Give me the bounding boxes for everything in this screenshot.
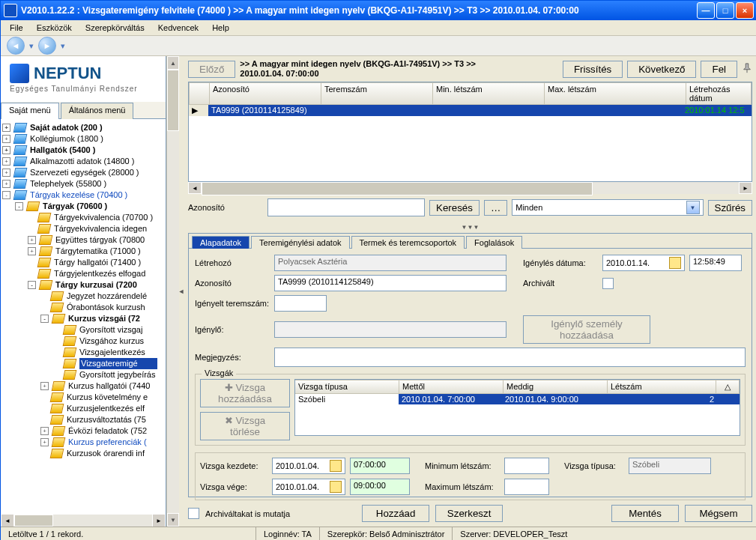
tab-foglalasok[interactable]: Foglalások: [466, 236, 522, 249]
tree-item[interactable]: Kurzusok órarendi inf: [2, 448, 166, 459]
filter-select[interactable]: Minden▼: [512, 199, 703, 216]
nav-back-button[interactable]: ◄: [7, 37, 25, 55]
tree-expander[interactable]: +: [2, 146, 10, 154]
tree-item[interactable]: Vizsgateremigé: [2, 358, 166, 369]
chk-archivalt-show[interactable]: [188, 508, 199, 519]
tree-item[interactable]: +Telephelyek (55800 ): [2, 178, 166, 189]
vscroll-up[interactable]: ▲: [167, 56, 179, 70]
tree-expander[interactable]: +: [2, 124, 10, 132]
tree-item[interactable]: Gyorsított jegybeírás: [2, 369, 166, 380]
tree-expander[interactable]: -: [40, 315, 49, 323]
menu-fav[interactable]: Kedvencek: [152, 22, 205, 34]
field-kezd-date[interactable]: 2010.01.04.: [272, 458, 345, 474]
btn-edit[interactable]: Szerkeszt: [435, 505, 503, 522]
tree-item[interactable]: +Évközi feladatok (752: [2, 425, 166, 437]
nav-forward-button[interactable]: ►: [38, 37, 56, 55]
search-button[interactable]: Keresés: [429, 200, 480, 216]
tree-item[interactable]: +Tárgytematika (71000 ): [2, 246, 166, 257]
tree-expander[interactable]: -: [15, 202, 23, 210]
tree-item[interactable]: +Együttes tárgyak (70800: [2, 234, 166, 246]
tree-expander[interactable]: +: [2, 135, 10, 143]
tree-expander[interactable]: -: [2, 191, 10, 199]
vscroll-down[interactable]: ▼: [167, 513, 179, 527]
next-button[interactable]: Következő: [627, 61, 696, 78]
grid-hscroll-left[interactable]: ◄: [188, 182, 202, 194]
vizsgak-row[interactable]: Szóbeli 2010.01.04. 7:00:00 2010.01.04. …: [295, 394, 740, 404]
tab-termek[interactable]: Termek és teremcsoportok: [351, 236, 465, 249]
search-input[interactable]: [267, 198, 425, 216]
calendar-icon[interactable]: [669, 257, 681, 269]
maximize-button[interactable]: □: [716, 2, 734, 19]
pin-icon[interactable]: [742, 63, 752, 75]
tree-expander[interactable]: +: [28, 247, 36, 255]
menu-role[interactable]: Szerepkörváltás: [79, 22, 151, 34]
grid-col-min[interactable]: Min. létszám: [433, 82, 545, 105]
tree-item[interactable]: +Hallgatók (5400 ): [2, 145, 166, 156]
grid-row[interactable]: ▶ TA9999 (2010114125849) 2010:01.14 12:5: [189, 105, 752, 116]
field-megj[interactable]: [274, 348, 746, 367]
grid-col-azon[interactable]: Azonosító: [210, 82, 321, 105]
hscroll-thumb[interactable]: [14, 515, 53, 527]
tree-item[interactable]: -Tárgyak kezelése (70400 ): [2, 189, 166, 201]
tree-item[interactable]: Tárgyjelentkezés elfogad: [2, 268, 166, 279]
vscroll-thumb[interactable]: [167, 70, 179, 131]
tree-expander[interactable]: +: [40, 438, 49, 446]
tree-expander[interactable]: +: [28, 236, 36, 244]
grid-hscroll-right[interactable]: ►: [739, 182, 752, 194]
tree-item[interactable]: +Saját adatok (200 ): [2, 122, 166, 133]
btn-cancel[interactable]: Mégsem: [685, 505, 752, 522]
grid-col-teremszam[interactable]: Teremszám: [321, 82, 433, 105]
tree-item[interactable]: Jegyzet hozzárendelé: [2, 291, 166, 302]
tree-item[interactable]: Kurzus követelmény e: [2, 392, 166, 403]
prev-button[interactable]: Előző: [188, 61, 235, 78]
close-button[interactable]: ×: [736, 2, 754, 19]
tree-item[interactable]: +Kurzus hallgatói (7440: [2, 380, 166, 392]
field-igenyteremszam[interactable]: [274, 295, 327, 312]
btn-igenylo-add[interactable]: Igénylő személy hozzáadása: [523, 315, 650, 344]
tree-item[interactable]: Gyorsított vizsgaj: [2, 324, 166, 336]
tree-item[interactable]: +Alkalmazotti adatok (14800 ): [2, 156, 166, 167]
tree-expander[interactable]: +: [2, 180, 10, 188]
tree-item[interactable]: Tárgyekvivalencia (70700 ): [2, 212, 166, 223]
hscroll-right[interactable]: ►: [152, 514, 166, 527]
chk-archivalt[interactable]: [602, 278, 614, 289]
search-more-button[interactable]: …: [484, 200, 507, 216]
field-vege-date[interactable]: 2010.01.04.: [272, 479, 345, 495]
tab-own-menu[interactable]: Saját menü: [1, 103, 59, 119]
field-kezd-time[interactable]: 07:00:00: [350, 458, 410, 474]
tree-item[interactable]: Tárgyekvivalencia idegen: [2, 223, 166, 234]
nav-forward-dropdown[interactable]: ▾: [59, 41, 67, 51]
tree-item[interactable]: +Szervezeti egységek (28000 ): [2, 167, 166, 178]
field-igeny-time[interactable]: 12:58:49: [689, 255, 742, 271]
tree-item[interactable]: +Kurzus preferenciák (: [2, 437, 166, 448]
tree-item[interactable]: Kurzusváltoztatás (75: [2, 414, 166, 425]
tab-general-menu[interactable]: Általános menü: [61, 103, 134, 119]
field-azon[interactable]: TA9999 (2010114125849): [274, 275, 506, 291]
btn-vizsga-del[interactable]: ✖ Vizsga törlése: [200, 412, 290, 440]
field-max[interactable]: [504, 479, 549, 495]
btn-vizsga-add[interactable]: ✚ Vizsga hozzáadása: [200, 379, 290, 407]
calendar-icon[interactable]: [330, 481, 342, 493]
tree-item[interactable]: Órabontások kurzush: [2, 302, 166, 313]
nav-tree[interactable]: +Saját adatok (200 )+Kollégiumok (1800 )…: [1, 119, 166, 515]
menu-help[interactable]: Help: [206, 22, 235, 34]
tree-item[interactable]: Vizsgához kurzus: [2, 336, 166, 347]
tree-expander[interactable]: +: [40, 382, 49, 390]
refresh-button[interactable]: Frissítés: [563, 61, 623, 78]
menu-file[interactable]: File: [4, 22, 29, 34]
btn-add[interactable]: Hozzáad: [362, 505, 429, 522]
field-vege-time[interactable]: 09:00:00: [350, 479, 410, 495]
btn-save[interactable]: Mentés: [611, 505, 679, 522]
grid-col-select[interactable]: [189, 82, 210, 105]
tree-expander[interactable]: +: [2, 169, 10, 177]
collapse-handle[interactable]: ▼▼▼: [188, 221, 752, 231]
tree-expander[interactable]: -: [28, 281, 36, 289]
tree-item[interactable]: Tárgy hallgatói (71400 ): [2, 257, 166, 268]
up-button[interactable]: Fel: [701, 61, 737, 78]
tree-item[interactable]: +Kollégiumok (1800 ): [2, 133, 166, 145]
hscroll-left[interactable]: ◄: [1, 514, 14, 527]
tree-item[interactable]: Vizsgajelentkezés: [2, 347, 166, 358]
menu-tools[interactable]: Eszközök: [31, 22, 78, 34]
nav-back-dropdown[interactable]: ▾: [28, 41, 35, 51]
minimize-button[interactable]: —: [697, 2, 715, 19]
